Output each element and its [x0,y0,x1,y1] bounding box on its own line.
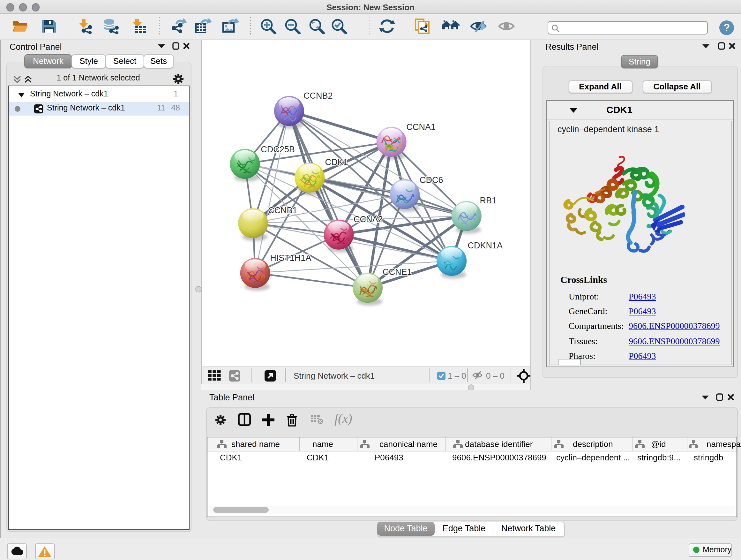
svg-text:CCNA1: CCNA1 [407,122,436,132]
svg-text:RB1: RB1 [480,196,496,205]
svg-text:HIST1H1A: HIST1H1A [270,253,311,263]
svg-text:CCNB2: CCNB2 [304,91,333,101]
svg-text:CDK1: CDK1 [325,158,348,167]
svg-text:CCNE1: CCNE1 [383,267,412,277]
svg-text:CCNA2: CCNA2 [354,214,383,224]
svg-text:CDKN1A: CDKN1A [468,241,502,250]
svg-text:?: ? [724,22,730,34]
svg-text:CDC25B: CDC25B [261,145,295,154]
svg-text:CDC6: CDC6 [420,175,443,185]
svg-text:CCNB1: CCNB1 [268,206,297,215]
